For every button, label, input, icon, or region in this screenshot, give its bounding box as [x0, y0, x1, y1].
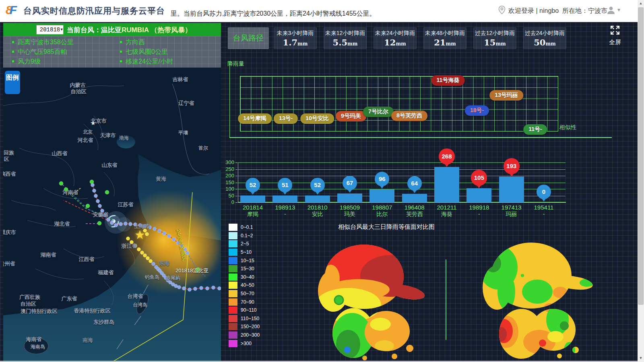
bar-value-balloon: 96 [375, 172, 389, 186]
rain-card: 未来48小时降雨21mm [423, 27, 466, 49]
stat-bullet-icon [12, 51, 14, 53]
similarity-typhoon-badge[interactable]: 13号- [274, 113, 298, 124]
legend-row: 30~40 [229, 273, 260, 282]
bar-chart-ytick: 150 [217, 179, 234, 185]
legend-swatch [229, 331, 237, 339]
bar-xlabel: 197413玛丽 [493, 204, 530, 218]
scrollbar-down-arrow-icon[interactable]: ▼ [638, 355, 644, 361]
typhoon-alert-marquee: 里。当前台风苏力,距离宁波市2030公里，距离24小时警戒线1455公里。 [171, 10, 376, 18]
similarity-typhoon-badge[interactable]: 11号海葵 [431, 75, 465, 86]
stat-text: 移速24公里/小时 [126, 58, 173, 65]
current-typhoon-map-label: 201818温比亚 [175, 267, 208, 274]
similarity-typhoon-badge[interactable]: 10号安比 [300, 113, 334, 124]
legend-row: 110~150 [229, 315, 260, 323]
bar-xlabel-id: 201810 [299, 204, 336, 211]
legend-swatch [229, 232, 237, 239]
rain-card-unit: mm [297, 41, 308, 47]
rain-card-value: 50mm [523, 37, 566, 47]
bar-value-balloon: 64 [407, 176, 422, 191]
bar-value-balloon: 51 [278, 178, 292, 192]
typhoon-id-select[interactable]: 201818▼ [36, 25, 64, 35]
legend-row: 0.1~2 [229, 232, 260, 240]
current-typhoon-title: 当前台风：温比亚RUMBIA （热带风暴） [67, 25, 192, 35]
bar-xlabel-name: - [461, 211, 497, 218]
scrollbar-thumb[interactable] [638, 7, 644, 305]
bar-chart-ytick: 250 [217, 166, 234, 172]
scrollbar-up-arrow-icon[interactable]: ▲ [638, 0, 644, 6]
legend-range-label: 5~10 [241, 249, 252, 255]
hamburger-menu-icon[interactable]: ☰ [148, 6, 155, 15]
typhoon-stat: 七级风圈0公里 [120, 48, 168, 56]
stat-bullet-icon [120, 41, 122, 43]
rain-card-label: 未来12小时降雨 [324, 30, 367, 37]
stat-text: 风力9级 [18, 58, 41, 65]
similarity-typhoon-badge[interactable]: 8号芙劳西 [391, 111, 427, 121]
user-avatar-icon[interactable] [606, 5, 616, 16]
similarity-typhoon-badge[interactable]: 7号比尔 [363, 107, 394, 117]
rain-card: 未来3小时降雨1.7mm [274, 27, 317, 49]
bar-xlabel-name: 海葵 [429, 211, 465, 218]
rain-card: 过去24小时降雨50mm [523, 27, 566, 49]
bar-value-balloon: 52 [246, 178, 260, 192]
bar-value-balloon: 52 [310, 178, 325, 192]
bar [402, 194, 427, 202]
bar-value-balloon: 0 [537, 185, 551, 199]
legend-range-label: 200~300 [241, 332, 260, 338]
fullscreen-icon [610, 25, 620, 35]
legend-range-label: 50~70 [241, 291, 254, 296]
legend-range-label: 90~110 [241, 307, 257, 313]
similarity-axis-vertical [229, 61, 230, 137]
similarity-typhoon-badge[interactable]: 14号摩羯 [238, 113, 272, 124]
typhoon-dashboard: 8F 台风实时信息防汛应用与服务云平台 ☰ 里。当前台风苏力,距离宁波市2030… [0, 0, 644, 362]
rain-card-unit: mm [495, 41, 506, 47]
bar-chart-gridline [238, 176, 566, 176]
top-header: 8F 台风实时信息防汛应用与服务云平台 ☰ 里。当前台风苏力,距离宁波市2030… [0, 0, 644, 22]
legend-swatch [229, 298, 237, 306]
legend-swatch [229, 315, 237, 322]
typhoon-stat: 风力9级 [12, 58, 41, 66]
bar-xlabel-id: 201814 [235, 204, 271, 211]
bar-xlabel-name: 安比 [299, 211, 336, 218]
comparison-title: 相似台风最大三日降雨等值面对比图 [306, 223, 467, 231]
login-status[interactable]: 欢迎登录 | ningbo 所在地：宁波市 [508, 7, 607, 15]
legend-row: >300 [229, 339, 260, 348]
legend-range-label: 150~200 [241, 324, 260, 329]
similarity-typhoon-badge[interactable]: 11号- [523, 124, 547, 135]
similarity-typhoon-badge[interactable]: 18号- [465, 105, 489, 116]
fullscreen-button[interactable]: 全屏 [606, 25, 624, 46]
page-scrollbar[interactable]: ▲ ▼ [638, 0, 644, 362]
bar [466, 188, 491, 202]
legend-row: 5~10 [229, 248, 260, 257]
similarity-typhoon-badge[interactable]: 13号玛丽 [489, 90, 523, 101]
bar-chart-ytick: 300 [217, 159, 234, 165]
rain-card-value: 5.5mm [324, 37, 367, 47]
typhoon-stat: 中心气压985百帕 [12, 48, 67, 56]
rain-card-label: 过去12小时降雨 [473, 30, 516, 37]
typhoon-track-map[interactable]: 内蒙古自治区吉林省辽宁省北京市北京天津市平壤河北省渤海首尔山西省回族区山东省黄海… [3, 68, 221, 361]
similarity-axis-horizontal [229, 137, 612, 138]
typhoon-path-button[interactable]: 台风路径 [228, 27, 269, 49]
rain-card-value: 15mm [473, 37, 516, 47]
legend-swatch [229, 290, 237, 297]
bar-chart-ytick: 100 [217, 186, 234, 192]
legend-swatch [229, 340, 237, 347]
typhoon-stat: 移速24公里/小时 [120, 58, 173, 66]
legend-range-label: 10~15 [241, 258, 254, 263]
bar [272, 195, 297, 202]
rain-card-unit: mm [446, 41, 456, 47]
rain-card-unit: mm [396, 41, 406, 47]
legend-swatch [229, 224, 237, 231]
typhoon-stats-panel: 距离宁波市358公里方向西中心气压985百帕七级风圈0公里风力9级移速24公里/… [3, 36, 221, 68]
bar-chart-ytick: 200 [217, 173, 234, 179]
similarity-typhoon-badge[interactable]: 9号玛美 [336, 111, 366, 121]
bar-xlabel-id: 196408 [396, 204, 433, 211]
stat-text: 中心气压985百帕 [18, 48, 67, 55]
bar-chart-ytick: 50 [217, 193, 234, 199]
map-legend-button[interactable]: 图例 [5, 71, 20, 94]
bar-chart-yaxis [238, 162, 238, 202]
bar-xlabel-id: 195411 [526, 204, 562, 211]
rain-card-unit: mm [545, 41, 555, 47]
bar-xlabel: 201814摩羯 [235, 204, 271, 218]
user-menu-caret-icon[interactable]: ▾ [617, 6, 620, 13]
legend-range-label: 40~50 [241, 282, 254, 288]
